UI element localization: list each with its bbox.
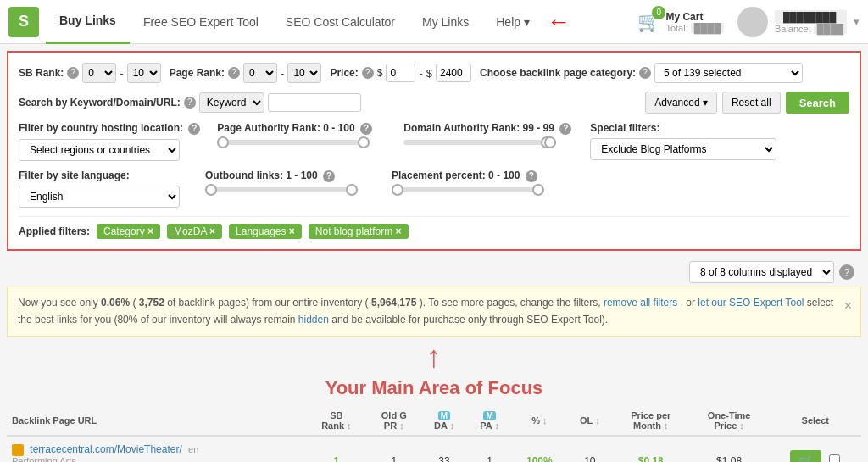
da-thumb-right[interactable] [544, 136, 556, 148]
col-price-month[interactable]: Price perMonth ↕ [613, 406, 689, 436]
category-group: Choose backlink page category: ? 5 of 13… [480, 63, 803, 83]
pa-slider[interactable] [217, 140, 370, 145]
country-col: Filter by country hosting location: ? Se… [19, 122, 200, 161]
col-pa[interactable]: MPA ↕ [467, 406, 512, 436]
tab-free-seo[interactable]: Free SEO Expert Tool [130, 0, 272, 44]
col-url: Backlink Page URL [7, 406, 306, 436]
sb-rank-group: SB Rank: ? 0 - 10 [19, 63, 161, 83]
country-select[interactable]: Select regions or countries [19, 139, 180, 161]
remove-noblog-icon[interactable]: × [396, 225, 402, 237]
outbound-col: Outbound links: 1 - 100 ? [205, 170, 375, 208]
row-category: Performing Arts [12, 456, 301, 462]
tab-buy-links[interactable]: Buy Links [46, 0, 130, 44]
row-url-link[interactable]: terracecentral.com/MovieTheater/ [30, 443, 181, 455]
placement-col: Placement percent: 0 - 100 ? [392, 170, 561, 208]
action-buttons: Advanced ▾ Reset all Search [645, 92, 849, 114]
row-da: 33 [421, 436, 468, 462]
remove-filters-link[interactable]: remove all filters [604, 297, 677, 309]
keyword-input[interactable] [268, 93, 361, 112]
col-da[interactable]: MDA ↕ [421, 406, 468, 436]
language-select[interactable]: English [19, 186, 180, 208]
remove-category-icon[interactable]: × [147, 225, 153, 237]
col-percent[interactable]: % ↕ [512, 406, 567, 436]
row-sb-rank: 1 [306, 436, 367, 462]
sb-rank-min-select[interactable]: 0 [82, 63, 116, 83]
country-help[interactable]: ? [188, 123, 200, 135]
advanced-button[interactable]: Advanced ▾ [645, 92, 717, 114]
price-help[interactable]: ? [362, 67, 374, 79]
price-dollar: $ [377, 67, 383, 79]
info-close-icon[interactable]: × [844, 294, 852, 317]
col-old-pr[interactable]: Old GPR ↕ [367, 406, 421, 436]
search-button[interactable]: Search [786, 92, 849, 114]
filter-badge-languages[interactable]: Languages × [229, 224, 302, 239]
category-help[interactable]: ? [639, 67, 651, 79]
page-rank-help[interactable]: ? [228, 67, 240, 79]
sb-rank-max-select[interactable]: 10 [127, 63, 161, 83]
col-ol[interactable]: OL ↕ [567, 406, 613, 436]
seo-expert-link[interactable]: let our SEO Expert Tool [698, 297, 804, 309]
pa-thumb-left[interactable] [217, 136, 229, 148]
col-price-once[interactable]: One-TimePrice ↕ [689, 406, 770, 436]
cart-area[interactable]: 🛒 0 My Cart Total: ████ [637, 11, 724, 33]
category-select[interactable]: 5 of 139 selected [654, 63, 803, 83]
placement-help[interactable]: ? [526, 170, 537, 182]
info-text-mid4: , or [681, 297, 698, 309]
price-min-input[interactable] [386, 64, 415, 82]
applied-filters-row: Applied filters: Category × MozDA × Lang… [19, 216, 849, 239]
info-text-end: and be available for purchase only throu… [331, 314, 608, 326]
cart-total: Total: ████ [665, 23, 724, 33]
outbound-slider[interactable] [205, 187, 358, 192]
row-checkbox[interactable] [829, 454, 840, 462]
price-max-input[interactable] [436, 64, 471, 82]
outbound-help[interactable]: ? [323, 170, 335, 182]
user-chevron-icon: ▾ [854, 15, 860, 28]
table-container: Backlink Page URL SBRank ↕ Old GPR ↕ MDA… [7, 406, 861, 462]
placement-slider[interactable] [392, 187, 544, 192]
filter-badge-noblog[interactable]: Not blog platform × [309, 224, 409, 239]
special-filter-select[interactable]: Exclude Blog Platforms [590, 138, 776, 160]
remove-languages-icon[interactable]: × [289, 225, 295, 237]
nav-tabs: Buy Links Free SEO Expert Tool SEO Cost … [46, 0, 543, 44]
price-label: Price: [330, 67, 358, 79]
filter-badge-mozda[interactable]: MozDA × [167, 224, 222, 239]
tab-seo-cost[interactable]: SEO Cost Calculator [272, 0, 409, 44]
col-select: Select [770, 406, 861, 436]
placement-thumb-left[interactable] [392, 184, 403, 196]
row-price-once: $1.08 [689, 436, 770, 462]
reset-button[interactable]: Reset all [722, 92, 781, 114]
columns-select[interactable]: 8 of 8 columns displayed [689, 261, 834, 283]
filter-row-2: Filter by country hosting location: ? Se… [19, 122, 849, 161]
cart-badge: 0 [652, 6, 665, 19]
row-lang: en [188, 444, 198, 454]
col-sb-rank[interactable]: SBRank ↕ [306, 406, 367, 436]
outbound-thumb-left[interactable] [205, 184, 217, 196]
add-to-cart-button[interactable]: 🛒 [790, 450, 821, 462]
navbar: S Buy Links Free SEO Expert Tool SEO Cos… [0, 0, 868, 44]
filter-badge-category[interactable]: Category × [97, 224, 160, 239]
hidden-link[interactable]: hidden [298, 314, 329, 326]
user-area[interactable]: ████████ Balance: ████ ▾ [737, 7, 860, 37]
columns-help-icon[interactable]: ? [839, 264, 854, 280]
pr-min-select[interactable]: 0 [243, 63, 277, 83]
pr-max-select[interactable]: 10 [287, 63, 321, 83]
pa-thumb-right[interactable] [358, 136, 370, 148]
username: ████████ [775, 10, 847, 24]
language-label: Filter by site language: [19, 170, 188, 181]
keyword-type-select[interactable]: Keyword [199, 92, 264, 113]
pa-help[interactable]: ? [360, 123, 372, 135]
tab-help[interactable]: Help ▾ [482, 0, 543, 44]
nav-logo[interactable]: S [8, 7, 39, 37]
row-favicon [12, 444, 24, 456]
outbound-thumb-right[interactable] [346, 184, 358, 196]
focus-text: Your Main Area of Focus [326, 377, 543, 398]
da-slider[interactable] [403, 140, 556, 145]
keyword-group: Search by Keyword/Domain/URL: ? Keyword [19, 92, 361, 113]
tab-my-links[interactable]: My Links [409, 0, 482, 44]
da-help[interactable]: ? [559, 123, 571, 135]
placement-thumb-right[interactable] [532, 184, 544, 196]
remove-mozda-icon[interactable]: × [209, 225, 215, 237]
keyword-help[interactable]: ? [184, 97, 196, 109]
info-text-mid2: of backlink pages) from our entire inven… [167, 297, 368, 309]
sb-rank-help[interactable]: ? [67, 67, 79, 79]
